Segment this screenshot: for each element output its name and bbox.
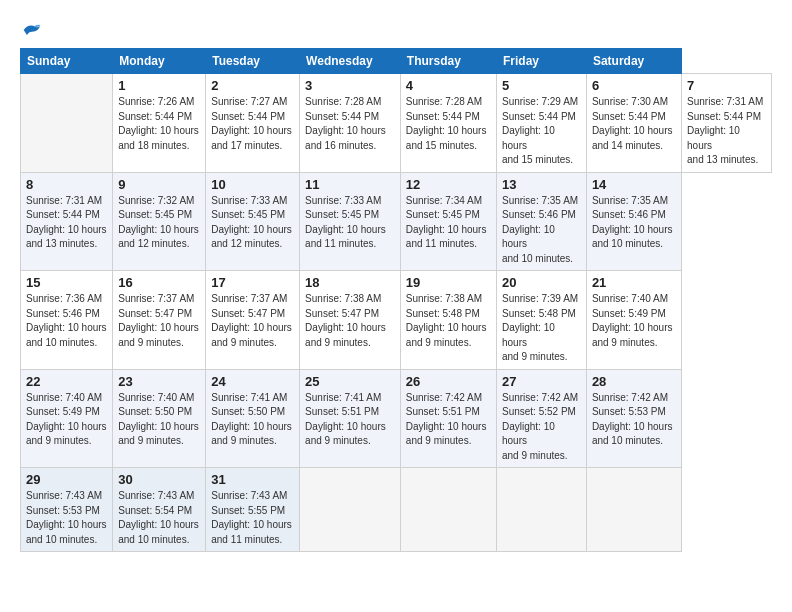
day-info: Sunrise: 7:27 AM Sunset: 5:44 PM Dayligh… bbox=[211, 95, 294, 153]
calendar-week-row: 29Sunrise: 7:43 AM Sunset: 5:53 PM Dayli… bbox=[21, 468, 772, 552]
table-row: 23Sunrise: 7:40 AM Sunset: 5:50 PM Dayli… bbox=[113, 369, 206, 468]
day-number: 5 bbox=[502, 78, 581, 93]
day-number: 21 bbox=[592, 275, 676, 290]
col-sunday: Sunday bbox=[21, 49, 113, 74]
table-row: 19Sunrise: 7:38 AM Sunset: 5:48 PM Dayli… bbox=[400, 271, 496, 370]
day-info: Sunrise: 7:37 AM Sunset: 5:47 PM Dayligh… bbox=[211, 292, 294, 350]
day-number: 12 bbox=[406, 177, 491, 192]
table-row: 18Sunrise: 7:38 AM Sunset: 5:47 PM Dayli… bbox=[300, 271, 401, 370]
day-number: 24 bbox=[211, 374, 294, 389]
day-number: 29 bbox=[26, 472, 107, 487]
header-area bbox=[20, 16, 772, 40]
col-wednesday: Wednesday bbox=[300, 49, 401, 74]
day-info: Sunrise: 7:30 AM Sunset: 5:44 PM Dayligh… bbox=[592, 95, 676, 153]
day-info: Sunrise: 7:34 AM Sunset: 5:45 PM Dayligh… bbox=[406, 194, 491, 252]
day-info: Sunrise: 7:42 AM Sunset: 5:53 PM Dayligh… bbox=[592, 391, 676, 449]
table-row: 16Sunrise: 7:37 AM Sunset: 5:47 PM Dayli… bbox=[113, 271, 206, 370]
calendar-table: Sunday Monday Tuesday Wednesday Thursday… bbox=[20, 48, 772, 552]
day-info: Sunrise: 7:31 AM Sunset: 5:44 PM Dayligh… bbox=[26, 194, 107, 252]
day-info: Sunrise: 7:40 AM Sunset: 5:49 PM Dayligh… bbox=[26, 391, 107, 449]
day-info: Sunrise: 7:33 AM Sunset: 5:45 PM Dayligh… bbox=[211, 194, 294, 252]
day-number: 9 bbox=[118, 177, 200, 192]
table-row: 6Sunrise: 7:30 AM Sunset: 5:44 PM Daylig… bbox=[586, 74, 681, 173]
day-number: 26 bbox=[406, 374, 491, 389]
day-number: 15 bbox=[26, 275, 107, 290]
day-number: 19 bbox=[406, 275, 491, 290]
day-number: 13 bbox=[502, 177, 581, 192]
day-info: Sunrise: 7:41 AM Sunset: 5:50 PM Dayligh… bbox=[211, 391, 294, 449]
table-row: 31Sunrise: 7:43 AM Sunset: 5:55 PM Dayli… bbox=[206, 468, 300, 552]
table-row: 29Sunrise: 7:43 AM Sunset: 5:53 PM Dayli… bbox=[21, 468, 113, 552]
day-info: Sunrise: 7:42 AM Sunset: 5:51 PM Dayligh… bbox=[406, 391, 491, 449]
table-row: 5Sunrise: 7:29 AM Sunset: 5:44 PM Daylig… bbox=[496, 74, 586, 173]
table-row: 2Sunrise: 7:27 AM Sunset: 5:44 PM Daylig… bbox=[206, 74, 300, 173]
table-row: 8Sunrise: 7:31 AM Sunset: 5:44 PM Daylig… bbox=[21, 172, 113, 271]
day-number: 6 bbox=[592, 78, 676, 93]
table-row: 17Sunrise: 7:37 AM Sunset: 5:47 PM Dayli… bbox=[206, 271, 300, 370]
calendar-week-row: 1Sunrise: 7:26 AM Sunset: 5:44 PM Daylig… bbox=[21, 74, 772, 173]
calendar-week-row: 15Sunrise: 7:36 AM Sunset: 5:46 PM Dayli… bbox=[21, 271, 772, 370]
day-number: 16 bbox=[118, 275, 200, 290]
table-row: 1Sunrise: 7:26 AM Sunset: 5:44 PM Daylig… bbox=[113, 74, 206, 173]
day-info: Sunrise: 7:40 AM Sunset: 5:49 PM Dayligh… bbox=[592, 292, 676, 350]
day-info: Sunrise: 7:43 AM Sunset: 5:55 PM Dayligh… bbox=[211, 489, 294, 547]
table-row: 13Sunrise: 7:35 AM Sunset: 5:46 PM Dayli… bbox=[496, 172, 586, 271]
table-row bbox=[21, 74, 113, 173]
day-number: 7 bbox=[687, 78, 766, 93]
table-row: 12Sunrise: 7:34 AM Sunset: 5:45 PM Dayli… bbox=[400, 172, 496, 271]
table-row: 25Sunrise: 7:41 AM Sunset: 5:51 PM Dayli… bbox=[300, 369, 401, 468]
day-number: 22 bbox=[26, 374, 107, 389]
calendar-week-row: 22Sunrise: 7:40 AM Sunset: 5:49 PM Dayli… bbox=[21, 369, 772, 468]
day-info: Sunrise: 7:32 AM Sunset: 5:45 PM Dayligh… bbox=[118, 194, 200, 252]
col-monday: Monday bbox=[113, 49, 206, 74]
table-row: 4Sunrise: 7:28 AM Sunset: 5:44 PM Daylig… bbox=[400, 74, 496, 173]
day-number: 23 bbox=[118, 374, 200, 389]
table-row: 28Sunrise: 7:42 AM Sunset: 5:53 PM Dayli… bbox=[586, 369, 681, 468]
day-number: 18 bbox=[305, 275, 395, 290]
table-row: 26Sunrise: 7:42 AM Sunset: 5:51 PM Dayli… bbox=[400, 369, 496, 468]
day-info: Sunrise: 7:26 AM Sunset: 5:44 PM Dayligh… bbox=[118, 95, 200, 153]
day-info: Sunrise: 7:35 AM Sunset: 5:46 PM Dayligh… bbox=[502, 194, 581, 267]
logo-bird-icon bbox=[22, 20, 42, 40]
logo bbox=[20, 20, 42, 40]
day-number: 20 bbox=[502, 275, 581, 290]
day-info: Sunrise: 7:35 AM Sunset: 5:46 PM Dayligh… bbox=[592, 194, 676, 252]
day-info: Sunrise: 7:40 AM Sunset: 5:50 PM Dayligh… bbox=[118, 391, 200, 449]
col-friday: Friday bbox=[496, 49, 586, 74]
day-info: Sunrise: 7:31 AM Sunset: 5:44 PM Dayligh… bbox=[687, 95, 766, 168]
day-number: 10 bbox=[211, 177, 294, 192]
col-thursday: Thursday bbox=[400, 49, 496, 74]
table-row: 3Sunrise: 7:28 AM Sunset: 5:44 PM Daylig… bbox=[300, 74, 401, 173]
calendar-week-row: 8Sunrise: 7:31 AM Sunset: 5:44 PM Daylig… bbox=[21, 172, 772, 271]
table-row: 22Sunrise: 7:40 AM Sunset: 5:49 PM Dayli… bbox=[21, 369, 113, 468]
table-row bbox=[300, 468, 401, 552]
day-number: 1 bbox=[118, 78, 200, 93]
table-row bbox=[400, 468, 496, 552]
day-number: 25 bbox=[305, 374, 395, 389]
day-number: 4 bbox=[406, 78, 491, 93]
day-info: Sunrise: 7:37 AM Sunset: 5:47 PM Dayligh… bbox=[118, 292, 200, 350]
day-info: Sunrise: 7:38 AM Sunset: 5:47 PM Dayligh… bbox=[305, 292, 395, 350]
day-number: 28 bbox=[592, 374, 676, 389]
day-number: 31 bbox=[211, 472, 294, 487]
day-info: Sunrise: 7:29 AM Sunset: 5:44 PM Dayligh… bbox=[502, 95, 581, 168]
table-row bbox=[496, 468, 586, 552]
col-saturday: Saturday bbox=[586, 49, 681, 74]
page: Sunday Monday Tuesday Wednesday Thursday… bbox=[0, 0, 792, 612]
day-info: Sunrise: 7:42 AM Sunset: 5:52 PM Dayligh… bbox=[502, 391, 581, 464]
table-row bbox=[586, 468, 681, 552]
day-number: 8 bbox=[26, 177, 107, 192]
day-number: 27 bbox=[502, 374, 581, 389]
day-info: Sunrise: 7:33 AM Sunset: 5:45 PM Dayligh… bbox=[305, 194, 395, 252]
day-info: Sunrise: 7:28 AM Sunset: 5:44 PM Dayligh… bbox=[305, 95, 395, 153]
table-row: 10Sunrise: 7:33 AM Sunset: 5:45 PM Dayli… bbox=[206, 172, 300, 271]
day-number: 11 bbox=[305, 177, 395, 192]
table-row: 20Sunrise: 7:39 AM Sunset: 5:48 PM Dayli… bbox=[496, 271, 586, 370]
table-row: 11Sunrise: 7:33 AM Sunset: 5:45 PM Dayli… bbox=[300, 172, 401, 271]
calendar-header-row: Sunday Monday Tuesday Wednesday Thursday… bbox=[21, 49, 772, 74]
day-number: 2 bbox=[211, 78, 294, 93]
day-info: Sunrise: 7:38 AM Sunset: 5:48 PM Dayligh… bbox=[406, 292, 491, 350]
day-info: Sunrise: 7:43 AM Sunset: 5:53 PM Dayligh… bbox=[26, 489, 107, 547]
day-info: Sunrise: 7:39 AM Sunset: 5:48 PM Dayligh… bbox=[502, 292, 581, 365]
col-tuesday: Tuesday bbox=[206, 49, 300, 74]
